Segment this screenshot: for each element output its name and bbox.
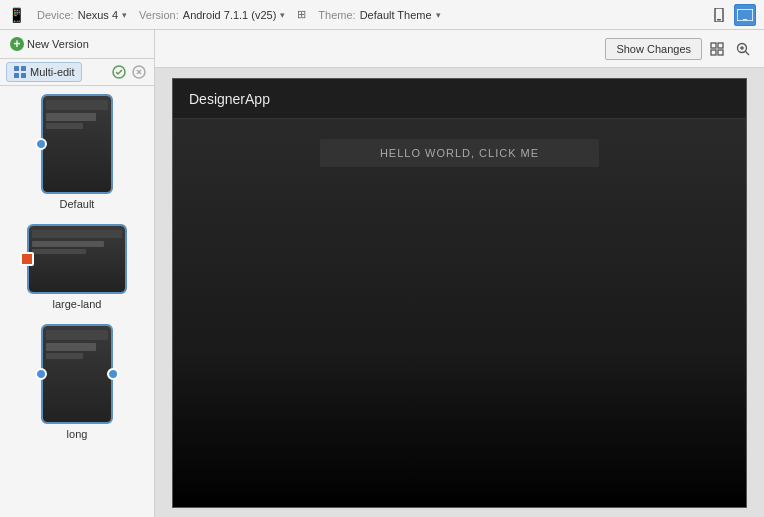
sidebar-toolbar: + New Version [0,30,154,59]
multi-edit-button[interactable]: Multi-edit [6,62,82,82]
device-selector[interactable]: Device: Nexus 4 ▾ [37,9,127,21]
screen-icon: ⊞ [297,8,306,21]
svg-line-17 [746,51,750,55]
config-preview-long [41,324,113,424]
phone-frame-default [41,94,113,194]
connector-orange [20,252,34,266]
theme-selector[interactable]: Theme: Default Theme ▾ [318,9,440,21]
theme-value: Default Theme [360,9,432,21]
hello-world-text[interactable]: HELLO WORLD, CLICK ME [320,139,599,167]
grid-icon[interactable] [706,38,728,60]
top-toolbar: 📱 Device: Nexus 4 ▾ Version: Android 7.1… [0,0,764,30]
version-label: Version: [139,9,179,21]
version-value: Android 7.1.1 (v25) [183,9,277,21]
cancel-icon[interactable] [130,63,148,81]
config-label-long: long [67,428,88,440]
new-version-label: New Version [27,38,89,50]
main-area: + New Version Multi-edit [0,30,764,517]
device-app-bar: DesignerApp [173,79,746,119]
confirm-icon[interactable] [110,63,128,81]
device-label: Device: [37,9,74,21]
zoom-icon[interactable] [732,38,754,60]
phone-frame-long [41,324,113,424]
sidebar-action-icons [110,63,148,81]
phone-frame-large-land [27,224,127,294]
theme-dropdown-arrow: ▾ [436,10,441,20]
tablet-view-icon[interactable] [734,4,756,26]
device-frame: DesignerApp HELLO WORLD, CLICK ME [172,78,747,508]
device-canvas: DesignerApp HELLO WORLD, CLICK ME [155,68,764,517]
config-label-large-land: large-land [53,298,102,310]
svg-rect-4 [14,66,19,71]
svg-rect-13 [718,43,723,48]
svg-rect-14 [711,50,716,55]
connector-left [35,138,47,150]
top-right-icons [708,4,756,26]
plus-icon: + [10,37,24,51]
multi-edit-label: Multi-edit [30,66,75,78]
svg-rect-5 [21,66,26,71]
sidebar: + New Version Multi-edit [0,30,155,517]
config-item-default[interactable]: Default [0,86,154,216]
config-item-long[interactable]: long [0,316,154,446]
config-preview-default [41,94,113,194]
svg-rect-12 [711,43,716,48]
version-dropdown-arrow: ▾ [280,10,285,20]
svg-rect-1 [717,19,721,21]
phone-view-icon[interactable] [708,4,730,26]
device-app-title: DesignerApp [189,91,270,107]
svg-rect-7 [21,73,26,78]
connector-left-long [35,368,47,380]
new-version-button[interactable]: + New Version [6,35,93,53]
canvas-area: Show Changes [155,30,764,517]
device-value: Nexus 4 [78,9,118,21]
version-selector[interactable]: Version: Android 7.1.1 (v25) ▾ [139,9,285,21]
config-label-default: Default [60,198,95,210]
theme-label: Theme: [318,9,355,21]
device-content: HELLO WORLD, CLICK ME [173,119,746,507]
connector-right-long [107,368,119,380]
device-dropdown-arrow: ▾ [122,10,127,20]
svg-rect-6 [14,73,19,78]
device-icon: 📱 [8,7,25,23]
show-changes-button[interactable]: Show Changes [605,38,702,60]
config-item-large-land[interactable]: large-land [0,216,154,316]
svg-rect-15 [718,50,723,55]
canvas-toolbar: Show Changes [155,30,764,68]
svg-rect-3 [743,19,747,20]
config-preview-large-land [27,224,127,294]
